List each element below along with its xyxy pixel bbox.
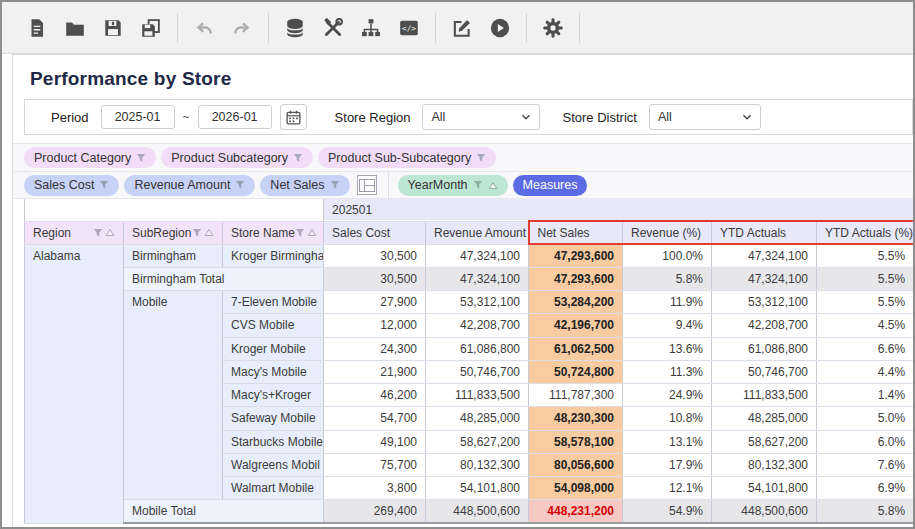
net-sales-value: 58,578,100 (529, 430, 623, 453)
revenue-amount-value: 47,324,100 (426, 267, 529, 290)
column-header-row: 202501 (25, 199, 914, 221)
filter-funnel-icon[interactable] (136, 153, 146, 163)
filter-fields-row: Product Category Product Subcategory Pro… (13, 143, 913, 171)
revenue-pct-value: 11.3% (623, 360, 712, 383)
new-document-button[interactable] (18, 9, 56, 47)
settings-button[interactable] (534, 9, 572, 47)
revenue-amount-column-header[interactable]: Revenue Amount (426, 221, 529, 244)
open-folder-button[interactable] (56, 9, 94, 47)
store-name-column-header[interactable]: Store Name (223, 221, 324, 244)
code-button[interactable]: </> (390, 9, 428, 47)
ytd-actuals-pct-value: 5.8% (817, 500, 914, 523)
filter-funnel-icon[interactable] (293, 153, 303, 163)
net-sales-column-header[interactable]: Net Sales (529, 221, 623, 244)
revenue-pct-value: 54.9% (623, 500, 712, 523)
sitemap-button[interactable] (352, 9, 390, 47)
toolbar-separator (526, 13, 527, 43)
sales-cost-value: 46,200 (324, 384, 426, 407)
database-icon (284, 17, 306, 39)
revenue-pct-value: 11.9% (623, 291, 712, 314)
ytd-actuals-value: 47,324,100 (712, 267, 817, 290)
sort-icon[interactable] (204, 228, 214, 237)
save-as-button[interactable] (132, 9, 170, 47)
net-sales-value: 54,098,000 (529, 477, 623, 500)
store-region-value: All (431, 110, 445, 124)
net-sales-value: 448,231,200 (529, 500, 623, 523)
ytd-actuals-pct-value: 4.5% (817, 314, 914, 337)
field-chip-revenue-amount[interactable]: Revenue Amount (124, 175, 255, 196)
tools-button[interactable] (314, 9, 352, 47)
chevron-down-icon (742, 113, 752, 121)
sales-cost-value: 54,700 (324, 407, 426, 430)
calendar-icon (285, 109, 302, 126)
store-district-select[interactable]: All (649, 104, 761, 130)
subregion-cell: Mobile (124, 291, 223, 500)
sort-ascending-icon[interactable] (488, 181, 498, 190)
field-chip-product-sub-subcategory[interactable]: Product Sub-Subcategory (318, 147, 496, 168)
ytd-actuals-pct-value: 4.4% (817, 360, 914, 383)
filter-funnel-icon[interactable] (330, 180, 340, 190)
edit-button[interactable] (443, 9, 481, 47)
filter-funnel-icon[interactable] (473, 180, 483, 190)
field-chip-measures[interactable]: Measures (513, 175, 588, 196)
net-sales-value: 47,293,600 (529, 267, 623, 290)
field-chip-label: Product Category (34, 151, 131, 165)
filter-funnel-icon[interactable] (235, 180, 245, 190)
filter-funnel-icon[interactable] (192, 228, 202, 238)
filter-funnel-icon[interactable] (295, 228, 305, 238)
code-icon: </> (398, 17, 420, 39)
ytd-actuals-column-header[interactable]: YTD Actuals (712, 221, 817, 244)
field-chip-label: Sales Cost (34, 178, 94, 192)
filter-funnel-icon[interactable] (476, 153, 486, 163)
revenue-pct-column-header[interactable]: Revenue (%) (623, 221, 712, 244)
revenue-pct-value: 100.0% (623, 244, 712, 267)
header-label: SubRegion (132, 226, 191, 240)
app-window: </> Performance by Store Period 2025-01 … (0, 0, 915, 529)
field-chip-label: Product Subcategory (171, 151, 288, 165)
redo-button[interactable] (223, 9, 261, 47)
net-sales-value: 50,724,800 (529, 360, 623, 383)
tools-icon (322, 17, 344, 39)
filter-funnel-icon[interactable] (99, 180, 109, 190)
pivot-field-area: Product Category Product Subcategory Pro… (13, 143, 913, 199)
ytd-actuals-value: 61,086,800 (712, 337, 817, 360)
filter-funnel-icon[interactable] (93, 228, 103, 238)
store-name-cell: Macy's Mobile (223, 360, 324, 383)
store-name-cell: Kroger Birmingha (223, 244, 324, 267)
store-name-cell: Walgreens Mobil (223, 453, 324, 476)
store-district-value: All (658, 110, 672, 124)
sort-icon[interactable] (307, 228, 317, 237)
revenue-amount-value: 61,086,800 (426, 337, 529, 360)
revenue-amount-value: 111,833,500 (426, 384, 529, 407)
store-district-label: Store District (562, 110, 636, 125)
run-button[interactable] (481, 9, 519, 47)
sort-icon[interactable] (105, 228, 115, 237)
sales-cost-column-header[interactable]: Sales Cost (324, 221, 426, 244)
calendar-button[interactable] (280, 104, 307, 130)
net-sales-value: 61,062,500 (529, 337, 623, 360)
toolbar: </> (2, 2, 913, 54)
field-chip-product-category[interactable]: Product Category (24, 147, 156, 168)
undo-button[interactable] (185, 9, 223, 47)
field-chip-sales-cost[interactable]: Sales Cost (24, 175, 119, 196)
period-to-input[interactable]: 2026-01 (198, 105, 272, 129)
save-button[interactable] (94, 9, 132, 47)
net-sales-value: 111,787,300 (529, 384, 623, 407)
field-chip-product-subcategory[interactable]: Product Subcategory (161, 147, 313, 168)
svg-text:</>: </> (402, 23, 416, 32)
ytd-actuals-pct-column-header[interactable]: YTD Actuals (%) (817, 221, 914, 244)
subregion-column-header[interactable]: SubRegion (124, 221, 223, 244)
database-button[interactable] (276, 9, 314, 47)
revenue-pct-value: 13.1% (623, 430, 712, 453)
store-region-select[interactable]: All (422, 104, 540, 130)
toolbar-separator (268, 13, 269, 43)
region-column-header[interactable]: Region (25, 221, 124, 244)
field-chip-net-sales[interactable]: Net Sales (260, 175, 349, 196)
pivot-layout-button[interactable] (357, 175, 377, 195)
field-chip-yearmonth[interactable]: YearMonth (398, 175, 508, 196)
revenue-pct-value: 12.1% (623, 477, 712, 500)
revenue-amount-value: 54,101,800 (426, 477, 529, 500)
settings-icon (542, 17, 564, 39)
period-from-input[interactable]: 2025-01 (101, 105, 175, 129)
period-column-header[interactable]: 202501 (324, 199, 914, 221)
